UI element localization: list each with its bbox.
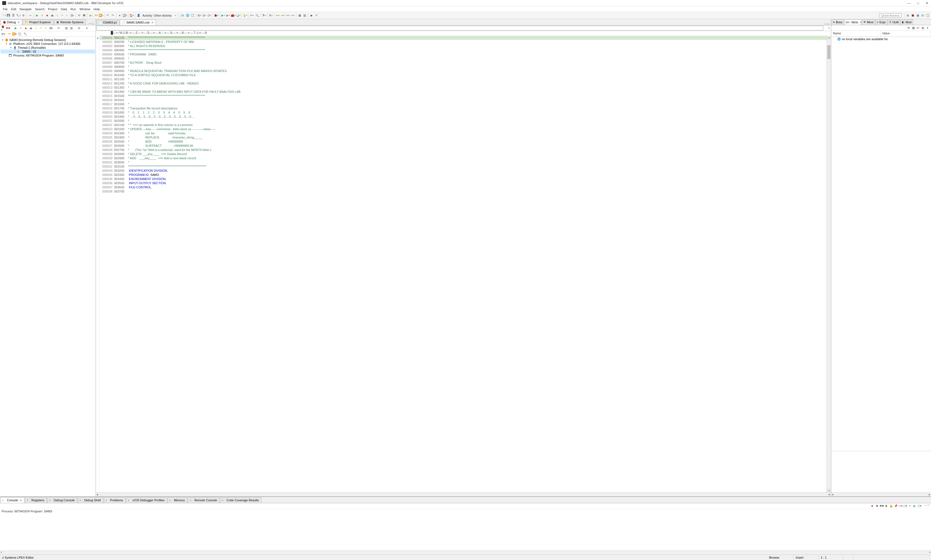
debug-tree[interactable]: ▾ 🔶 SAM3 [Incoming Remote Debug Session]… — [0, 37, 96, 496]
code-line[interactable]: 000006000600* — [100, 57, 826, 61]
tab-registers[interactable]: ▫Registers — [25, 497, 46, 503]
filter-button[interactable]: ⚗ — [262, 13, 266, 18]
tab-outli[interactable]: ☰ Outli — [888, 19, 900, 25]
maximize-button[interactable]: □ — [916, 2, 920, 5]
open-console-icon[interactable]: ▢▾ — [903, 504, 907, 508]
minimize-editor-icon[interactable]: — — [824, 22, 827, 25]
editor-body[interactable]: ➤ 000001000100**************************… — [96, 36, 831, 492]
code-line[interactable]: 000012001200* A GOOD CASE FOR DEBUGGING … — [100, 82, 826, 86]
code-line[interactable]: 000033003200 IDENTIFICATION DIVISION. — [100, 169, 826, 173]
scroll-left-icon[interactable]: ◂ — [832, 493, 834, 496]
code-line[interactable]: 000038003700 — [100, 189, 826, 194]
layout-icon[interactable]: ▤ — [64, 26, 68, 30]
code-line[interactable]: 000011001100* — [100, 77, 826, 82]
minimize-view-icon[interactable]: — — [88, 22, 91, 25]
tool-button[interactable]: 🔧 — [16, 13, 20, 18]
scroll-up-icon[interactable]: ▴ — [827, 36, 831, 40]
tool2-icon[interactable]: 🔧 — [23, 32, 27, 36]
drop-frame-button[interactable]: ⟲ — [77, 13, 81, 18]
close-tab-icon[interactable]: ✕ — [860, 21, 861, 24]
twisty-icon[interactable]: ▾ — [9, 46, 12, 49]
menu-window[interactable]: Window — [78, 7, 92, 11]
disconnect-icon[interactable]: ⏏ — [29, 26, 33, 30]
run-to-line-button[interactable]: ▶| — [89, 13, 93, 18]
step-return-icon[interactable]: ↖ — [44, 26, 48, 30]
code-line[interactable]: 000014001400* CAN BE MADE TO ABEND WITH … — [100, 90, 826, 94]
scroll-right-icon[interactable]: ▸ — [929, 493, 931, 496]
tab-memory[interactable]: ▫Memory — [168, 497, 188, 503]
code-line[interactable]: 000023002200* UPDATE ---key---- -command… — [100, 127, 826, 131]
scroll-right-icon[interactable]: ▸ — [829, 493, 831, 496]
maximize-view-icon[interactable]: □ — [92, 22, 94, 25]
code-line[interactable]: 000009000900* READS A SEQUENTIAL TRANSAC… — [100, 69, 826, 73]
code-line[interactable]: 000007000700* AUTHOR : Doug Stout — [100, 61, 826, 65]
stop-icon[interactable]: ■ — [24, 26, 28, 30]
pin-console-icon[interactable]: 📌 — [894, 504, 898, 508]
tree-thread[interactable]: ▾ 🧵 Thread:1 (Runnable) — [0, 46, 95, 49]
new-button[interactable]: 📄 — [1, 13, 6, 18]
ext-tools-button[interactable]: 🧰 — [231, 13, 236, 18]
remove-all-icon[interactable]: ✖✖ — [6, 26, 10, 30]
quick-access-field[interactable]: Quick Access — [879, 13, 901, 18]
animate-icon[interactable]: ⏩▾ — [12, 32, 16, 36]
save-all-button[interactable]: 🗄 — [11, 13, 15, 18]
perspective-db-button[interactable]: 🗃 — [920, 13, 925, 18]
back-button[interactable]: ⬅ — [276, 13, 280, 18]
stop-button[interactable]: ■ — [45, 13, 49, 18]
profile-button[interactable]: 📊 — [236, 13, 240, 18]
code-line[interactable]: 000018001700* Transaction file record de… — [100, 106, 826, 111]
scroll-lock-icon[interactable]: 🔒 — [889, 504, 893, 508]
variables-body[interactable]: i no local variables are available for — [831, 37, 931, 451]
code-line[interactable]: 000028002700* (The "ss" field is a subsc… — [100, 148, 826, 152]
wrap-icon[interactable]: ↩ — [908, 504, 912, 508]
var-tool3-icon[interactable]: 🏷 — [916, 26, 920, 30]
collapse-icon[interactable]: ⊟ — [77, 26, 81, 30]
toggle-button[interactable]: ⬒ — [82, 13, 86, 18]
tab-remote-systems[interactable]: 🖥Remote Systems — [54, 19, 86, 25]
code-line[interactable]: 000032003100****************************… — [100, 165, 826, 169]
animate-button[interactable]: ⏩ — [99, 13, 103, 18]
run-config-button[interactable]: ▶ — [221, 13, 225, 18]
editor-tab-xsam3-jcl[interactable]: 📄XSAM3.jcl — [96, 20, 119, 25]
code-line[interactable]: 000005000500* PROGRAM: SAM1 — [100, 52, 826, 57]
tab-brea[interactable]: ● Brea — [832, 19, 844, 25]
code-line[interactable]: 000019001800* 0 1 1 2 2 3 3 4 4 5 5 6 — [100, 111, 826, 115]
menu-navigate[interactable]: Navigate — [18, 7, 33, 11]
code-line[interactable]: 000017001600* — [100, 102, 826, 106]
show-console-icon[interactable]: ▶ — [913, 504, 917, 508]
perspective-open-button[interactable]: ⊞ — [905, 13, 910, 18]
step-return-button[interactable]: ↖ — [65, 13, 69, 18]
display-selected-icon[interactable]: ▭▾ — [899, 504, 902, 508]
scroll-thumb[interactable] — [828, 45, 831, 59]
tab-varia[interactable]: (x)= Varia ✕ — [844, 19, 862, 25]
code-line[interactable]: 000003000300* ALL RIGHTS RESERVED — [100, 44, 826, 48]
menu-run[interactable]: Run — [69, 7, 77, 11]
scroll-right-icon[interactable]: ▸ — [929, 551, 931, 553]
code-line[interactable]: 000013001300* — [100, 86, 826, 90]
jump-button[interactable]: ↗ — [94, 13, 98, 18]
close-tab-icon[interactable]: ✕ — [20, 499, 22, 502]
menu-help[interactable]: Help — [92, 7, 102, 11]
pin1-button[interactable]: ▦ — [297, 13, 302, 18]
step-over-button[interactable]: ↷ — [60, 13, 64, 18]
minimize-console-icon[interactable]: — — [925, 504, 927, 508]
scroll-left-icon[interactable]: ◂ — [0, 551, 2, 553]
play-button[interactable]: ▶ — [310, 13, 314, 18]
clear-console-icon[interactable]: 🗑 — [885, 504, 888, 508]
tree-frame[interactable]: ≡ SAM3 : 01 — [0, 49, 95, 54]
terminate-relaunch-button[interactable]: 🔄 — [122, 13, 127, 18]
skip-button[interactable]: ⤼ — [28, 13, 32, 18]
save-button[interactable]: 💾 — [6, 13, 11, 18]
layout2-button[interactable]: ⊟ — [202, 13, 207, 18]
code-line[interactable]: 000034003300 PROGRAM-ID. SAM3. — [100, 173, 826, 177]
code-line[interactable]: 000004000400****************************… — [100, 48, 826, 52]
code-line[interactable]: 000037003600 FILE-CONTROL. — [100, 185, 826, 189]
flag-button[interactable]: 🏳 — [314, 13, 319, 18]
code-line[interactable]: 000016001501 — [100, 98, 826, 102]
tree-process[interactable]: 🗔 Process: 687941824 Program: SAM3 — [0, 54, 95, 57]
tab-problems[interactable]: ▫Problems — [104, 497, 125, 503]
twisty-icon[interactable]: ▾ — [1, 38, 4, 41]
cmd-dropdown-icon[interactable]: ▾ — [827, 27, 831, 29]
search-button[interactable]: 🔍 — [255, 13, 259, 18]
layout2-icon[interactable]: ▥ — [69, 26, 73, 30]
